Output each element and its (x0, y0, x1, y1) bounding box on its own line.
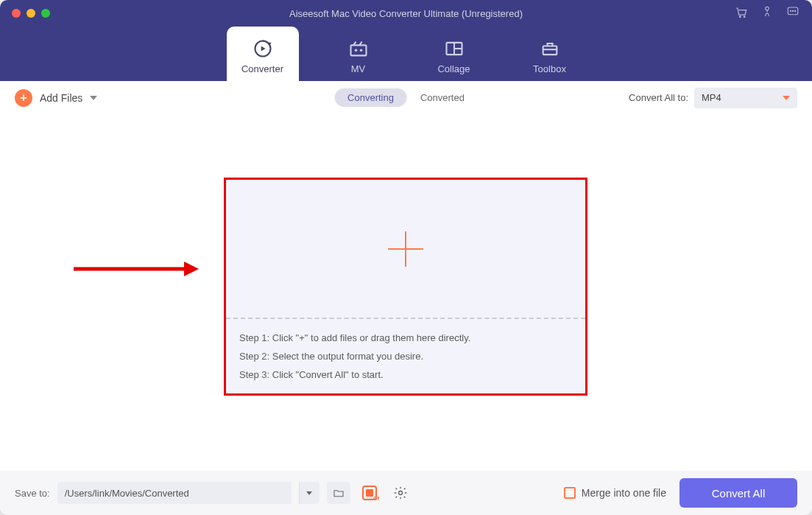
dropzone-instructions: Step 1: Click "+" to add files or drag t… (226, 319, 585, 393)
svg-marker-19 (184, 262, 199, 276)
save-path-dropdown[interactable] (299, 482, 319, 504)
svg-point-5 (792, 10, 793, 11)
cart-icon[interactable] (734, 4, 749, 22)
add-files-label: Add Files (40, 92, 82, 104)
step2-text: Step 2: Select the output format you des… (239, 351, 572, 362)
step3-text: Step 3: Click "Convert All" to start. (239, 369, 572, 380)
save-path-field[interactable]: /Users/link/Movies/Converted (57, 482, 292, 504)
convert-all-to-label: Convert All to: (629, 92, 688, 103)
footer-bar: Save to: /Users/link/Movies/Converted ON… (0, 471, 812, 515)
tab-mv[interactable]: MV (322, 27, 395, 81)
svg-marker-9 (261, 46, 265, 51)
step1-text: Step 1: Click "+" to add files or drag t… (239, 332, 572, 343)
svg-point-2 (766, 7, 769, 10)
svg-point-23 (398, 491, 402, 495)
dropzone-add-area[interactable] (226, 180, 585, 319)
merge-checkbox[interactable]: Merge into one file (564, 487, 666, 499)
tab-label: Converter (241, 63, 283, 74)
feedback-icon[interactable] (785, 5, 800, 21)
tab-label: Toolbox (533, 63, 566, 74)
tab-toolbox[interactable]: Toolbox (514, 27, 586, 81)
main-tabs: Converter MV Collage Toolbox (0, 27, 812, 81)
window-controls (12, 9, 50, 18)
tab-collage[interactable]: Collage (418, 27, 490, 81)
svg-rect-21 (366, 489, 373, 497)
conversion-status-tabs: Converting Converted (334, 88, 478, 107)
svg-point-11 (354, 49, 357, 52)
save-to-label: Save to: (15, 488, 50, 499)
big-plus-icon[interactable] (388, 231, 423, 267)
chevron-down-icon (306, 491, 312, 495)
titlebar: Aiseesoft Mac Video Converter Ultimate (… (0, 0, 812, 27)
plus-circle-icon: + (15, 89, 32, 107)
svg-rect-10 (350, 45, 366, 55)
format-selected-value: MP4 (702, 92, 721, 103)
app-window: Aiseesoft Mac Video Converter Ultimate (… (0, 0, 812, 515)
settings-button[interactable] (389, 482, 414, 504)
content-area: Step 1: Click "+" to add files or drag t… (0, 114, 812, 471)
svg-rect-16 (543, 46, 557, 55)
dropzone[interactable]: Step 1: Click "+" to add files or drag t… (224, 178, 587, 396)
convert-all-button[interactable]: Convert All (679, 478, 797, 508)
minimize-window-button[interactable] (27, 9, 35, 18)
svg-point-12 (359, 49, 362, 52)
tab-converting[interactable]: Converting (334, 88, 407, 107)
add-files-dropdown[interactable] (90, 96, 97, 100)
convert-all-label: Convert All (712, 487, 766, 500)
save-path-value: /Users/link/Movies/Converted (65, 488, 189, 499)
output-format-select[interactable]: MP4 (694, 88, 797, 108)
svg-point-6 (794, 10, 795, 11)
window-title: Aiseesoft Mac Video Converter Ultimate (… (0, 8, 812, 19)
add-files-button[interactable]: + Add Files (15, 89, 82, 107)
close-window-button[interactable] (12, 9, 21, 18)
merge-label: Merge into one file (582, 487, 666, 499)
tab-label: Collage (437, 63, 470, 74)
tab-converted[interactable]: Converted (407, 88, 478, 107)
svg-point-1 (744, 16, 745, 18)
tab-label: MV (351, 63, 366, 74)
annotation-arrow (74, 262, 199, 276)
svg-text:ON: ON (373, 496, 379, 501)
chevron-down-icon (783, 96, 790, 100)
svg-point-4 (790, 10, 791, 11)
maximize-window-button[interactable] (41, 9, 50, 18)
gpu-accel-button[interactable]: ON (358, 482, 381, 504)
tab-converter[interactable]: Converter (227, 27, 299, 81)
sub-toolbar: + Add Files Converting Converted Convert… (0, 81, 812, 114)
checkbox-icon (564, 487, 576, 499)
svg-point-0 (740, 16, 741, 18)
open-folder-button[interactable] (327, 482, 350, 504)
register-icon[interactable] (760, 4, 774, 22)
